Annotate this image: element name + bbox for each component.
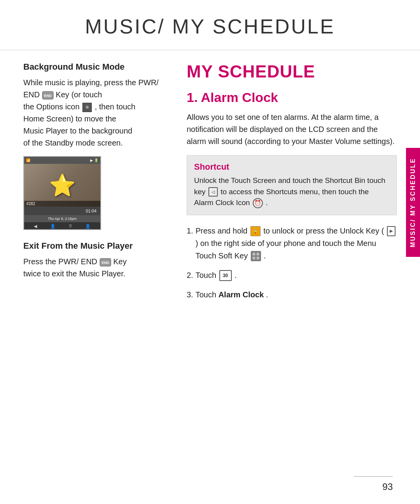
step3-bold: Alarm Clock: [219, 290, 264, 299]
status-bar: 📶 ▶ 🔋: [24, 157, 100, 164]
left-column: Background Music Mode While music is pla…: [23, 62, 167, 308]
exit-text: Press the PWR/ END END Key twice to exit…: [23, 256, 167, 280]
icon-back: ◀: [34, 224, 37, 229]
page-title: MUSIC/ MY SCHEDULE: [23, 15, 397, 38]
bg-music-heading: Background Music Mode: [23, 62, 167, 72]
time-display: 01:04: [24, 207, 100, 215]
song-number: #282: [26, 202, 98, 206]
page-header: MUSIC/ MY SCHEDULE: [0, 0, 420, 50]
shortcut-text: Unlock the Touch Screen and touch the Sh…: [194, 175, 389, 209]
menu-soft-key-icon: [251, 251, 261, 261]
status-left: 📶: [26, 158, 30, 162]
sidebar-tab: MUSIC/ MY SCHEDULE: [406, 148, 420, 257]
step2-text: Touch: [196, 271, 216, 279]
right-column: MY SCHEDULE 1. Alarm Clock Allows you to…: [187, 62, 397, 308]
song-info: #282: [24, 201, 100, 207]
step2-item: 2. Touch 30 .: [187, 269, 397, 281]
exit-text1: Press the PWR/ END: [23, 257, 97, 266]
alarm-clock-heading: 1. Alarm Clock: [187, 90, 397, 105]
svg-rect-4: [253, 253, 255, 255]
bg-music-text: While music is playing, press the PWR/ E…: [23, 77, 167, 149]
my-schedule-title: MY SCHEDULE: [187, 62, 397, 81]
bg-music-text4: the Options icon: [23, 102, 80, 111]
page-number: 93: [382, 481, 393, 492]
calendar-icon: 30: [219, 270, 232, 281]
status-icons: ▶ 🔋: [90, 158, 98, 162]
screen-body: ⭐ #282: [24, 164, 100, 207]
bottom-icons-bar: ◀ 👤 ⠿ 👤: [24, 222, 100, 230]
sidebar-tab-label: MUSIC/ MY SCHEDULE: [410, 158, 416, 248]
shortcut-text3: .: [266, 198, 268, 207]
bg-music-text1: While music is playing, press the: [23, 78, 136, 87]
step1-item: 1. Press and hold 🔒 to unlock or press t…: [187, 225, 397, 262]
bg-music-text8: of the Standby mode screen.: [23, 139, 123, 147]
svg-text:END: END: [102, 261, 109, 265]
step1-text4: .: [264, 251, 266, 260]
step3-text: Touch: [196, 290, 216, 299]
step1-text2: to unlock or press the Unlock Key (: [263, 227, 384, 235]
step1-number: 1.: [187, 225, 193, 262]
svg-rect-5: [257, 253, 259, 255]
shortcut-box: Shortcut Unlock the Touch Screen and tou…: [187, 155, 397, 215]
exit-text3: twice to exit the Music Player.: [23, 269, 125, 278]
play-time: 01:04: [86, 209, 96, 213]
icon-person: 👤: [85, 224, 91, 229]
shortcut-bin-icon: ◁: [208, 187, 218, 197]
phone-screenshot: 📶 ▶ 🔋 ⭐ #282 01:04 Thu Apr 8, 2:15pm ◀ 👤…: [23, 156, 101, 230]
step3-end: .: [266, 290, 268, 299]
step2-number: 2.: [187, 269, 193, 281]
step3-content: Touch Alarm Clock .: [196, 288, 397, 301]
date-bar: Thu Apr 8, 2:15pm: [24, 215, 100, 222]
options-icon: ≡: [82, 103, 92, 112]
shortcut-text2: to access the Shortcuts menu, then touch…: [194, 188, 369, 207]
unlock-key-icon: ▶: [387, 226, 396, 236]
alarm-clock-icon: ⏰: [253, 198, 263, 208]
step1-text1: Press and hold: [196, 227, 247, 235]
exit-heading: Exit From the Music Player: [23, 241, 167, 251]
lock-icon: 🔒: [250, 226, 261, 236]
step2-content: Touch 30 .: [196, 269, 397, 281]
bg-music-text5: , then touch: [95, 102, 136, 111]
shortcut-title: Shortcut: [194, 162, 389, 172]
step1-text3: ) on the right side of your phone and to…: [196, 239, 376, 260]
bg-music-text3: Key (or touch: [56, 90, 102, 99]
step3-number: 3.: [187, 288, 193, 301]
icon-contacts: 👤: [50, 224, 56, 229]
svg-rect-7: [257, 257, 259, 259]
svg-text:END: END: [44, 94, 52, 98]
calendar-number: 30: [223, 272, 228, 279]
step3-item: 3. Touch Alarm Clock .: [187, 288, 397, 301]
bottom-rule: [354, 476, 393, 477]
exit-text2: Key: [113, 257, 126, 266]
date-text: Thu Apr 8, 2:15pm: [48, 217, 77, 221]
bg-music-text7: Music Player to the background: [23, 126, 132, 135]
icon-apps: ⠿: [69, 224, 72, 229]
step1-content: Press and hold 🔒 to unlock or press the …: [196, 225, 397, 262]
content-area: Background Music Mode While music is pla…: [0, 62, 420, 308]
alarm-text: Allows you to set one of ten alarms. At …: [187, 111, 397, 148]
pwr-end-icon-2: END: [100, 258, 111, 267]
menu-grid-svg: [252, 252, 260, 260]
svg-rect-6: [253, 257, 255, 259]
star-image: ⭐: [49, 175, 76, 196]
step2-end: .: [234, 271, 237, 279]
pwr-end-icon: END: [42, 91, 54, 100]
bg-music-text6: Home Screen) to move the: [23, 114, 116, 123]
